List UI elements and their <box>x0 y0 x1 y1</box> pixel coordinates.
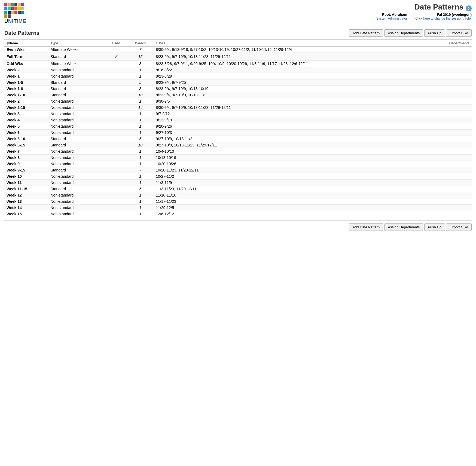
table-row[interactable]: Week 11Non-standard111/3-11/9 <box>4 180 472 186</box>
help-icon[interactable]: ? <box>466 5 472 11</box>
cell-dates: 8/23-9/4, 9/7-9/25 <box>154 79 428 86</box>
cell-name[interactable]: Week 1-5 <box>4 79 48 86</box>
col-header-type[interactable]: Type <box>48 40 105 47</box>
cell-name[interactable]: Week 2-15 <box>4 105 48 111</box>
cell-dates: 10/27-11/2 <box>154 173 428 180</box>
table-row[interactable]: Week 1-8Standard88/23-9/4, 9/7-10/9, 10/… <box>4 86 472 92</box>
cell-name[interactable]: Week 12 <box>4 192 48 198</box>
cell-name[interactable]: Week 6 <box>4 130 48 136</box>
section-title: Date Patterns <box>4 30 349 36</box>
cell-used <box>105 61 127 67</box>
cell-name[interactable]: Week 1 <box>4 73 48 79</box>
push-up-button[interactable]: Push Up <box>424 29 445 37</box>
assign-departments-button[interactable]: Assign Departments <box>384 29 423 37</box>
cell-name[interactable]: Week 10 <box>4 173 48 180</box>
table-row[interactable]: Full TermStandard✔158/23-9/4, 9/7-10/9, … <box>4 53 472 61</box>
table-row[interactable]: Week 15Non-standard112/6-12/12 <box>4 211 472 217</box>
table-row[interactable]: Week 10Non-standard110/27-11/2 <box>4 173 472 180</box>
cell-used <box>105 111 127 117</box>
cell-name[interactable]: Week 9 <box>4 161 48 167</box>
table-row[interactable]: Week 12Non-standard111/10-11/16 <box>4 192 472 198</box>
cell-type: Non-standard <box>48 211 105 217</box>
cell-name[interactable]: Week 1-8 <box>4 86 48 92</box>
table-row[interactable]: Odd WksAlternate Weeks88/23-8/28, 9/7-9/… <box>4 61 472 67</box>
table-row[interactable]: Week 2Non-standard18/30-9/5 <box>4 98 472 105</box>
session-link[interactable]: Click here to change the session / role. <box>415 17 472 20</box>
cell-departments <box>428 86 472 92</box>
cell-type: Alternate Weeks <box>48 47 105 53</box>
table-row[interactable]: Week 11-15Standard511/3-11/23, 11/29-12/… <box>4 186 472 192</box>
col-header-dates[interactable]: Dates <box>154 40 428 47</box>
cell-used <box>105 123 127 130</box>
cell-name[interactable]: Week 14 <box>4 205 48 211</box>
logo-cell <box>18 7 21 10</box>
cell-name[interactable]: Week 4 <box>4 117 48 123</box>
cell-name[interactable]: Week 2 <box>4 98 48 105</box>
table-row[interactable]: Week 6-10Standard59/27-10/9, 10/13-11/2 <box>4 136 472 142</box>
table-row[interactable]: Week 2-15Non-standard148/30-9/4, 9/7-10/… <box>4 105 472 111</box>
cell-name[interactable]: Week 6-10 <box>4 136 48 142</box>
table-row[interactable]: Week 6Non-standard19/27-10/3 <box>4 130 472 136</box>
table-row[interactable]: Week 3Non-standard19/7-9/12 <box>4 111 472 117</box>
cell-name[interactable]: Full Term <box>4 53 48 61</box>
table-row[interactable]: Week 5Non-standard19/20-9/26 <box>4 123 472 130</box>
table-row[interactable]: Week 13Non-standard111/17-11/23 <box>4 198 472 205</box>
bottom-assign-departments-button[interactable]: Assign Departments <box>384 223 423 231</box>
bottom-push-up-button[interactable]: Push Up <box>424 223 445 231</box>
cell-weeks: 5 <box>127 79 154 86</box>
bottom-add-date-pattern-button[interactable]: Add Date Pattern <box>349 223 383 231</box>
add-date-pattern-button[interactable]: Add Date Pattern <box>349 29 383 37</box>
cell-departments <box>428 155 472 161</box>
table-row[interactable]: Week 9Non-standard110/20-10/26 <box>4 161 472 167</box>
col-header-departments[interactable]: Departments <box>428 40 472 47</box>
cell-departments <box>428 47 472 53</box>
cell-name[interactable]: Week 7 <box>4 148 48 155</box>
table-row[interactable]: Week 1-5Standard58/23-9/4, 9/7-9/25 <box>4 79 472 86</box>
cell-name[interactable]: Week 13 <box>4 198 48 205</box>
cell-departments <box>428 192 472 198</box>
col-header-name[interactable]: ↑Name <box>4 40 48 47</box>
col-header-used[interactable]: Used <box>105 40 127 47</box>
table-row[interactable]: Week 1Non-standard18/23-8/29 <box>4 73 472 79</box>
table-row[interactable]: Week -1Non-standard18/16-8/22 <box>4 67 472 73</box>
header-row: ↑Name Type Used Weeks Dates Departments <box>4 40 472 47</box>
cell-type: Non-standard <box>48 98 105 105</box>
cell-name[interactable]: Week 11 <box>4 180 48 186</box>
cell-name[interactable]: Week 11-15 <box>4 186 48 192</box>
cell-name[interactable]: Odd Wks <box>4 61 48 67</box>
table-row[interactable]: Week 1-10Standard108/23-9/4, 9/7-10/9, 1… <box>4 92 472 98</box>
cell-name[interactable]: Week 8 <box>4 155 48 161</box>
cell-name[interactable]: Week 3 <box>4 111 48 117</box>
cell-name[interactable]: Week 6-15 <box>4 142 48 148</box>
cell-name[interactable]: Week -1 <box>4 67 48 73</box>
logo-cell <box>4 7 7 10</box>
cell-name[interactable]: Week 1-10 <box>4 92 48 98</box>
bottom-export-csv-button[interactable]: Export CSV <box>446 223 472 231</box>
main-content: Date Patterns Add Date Pattern Assign De… <box>0 26 476 234</box>
cell-name[interactable]: Week 5 <box>4 123 48 130</box>
table-row[interactable]: Week 7Non-standard110/4-10/10 <box>4 148 472 155</box>
table-row[interactable]: Week 6-15Standard109/27-10/9, 10/13-11/2… <box>4 142 472 148</box>
logo-cell <box>4 14 7 18</box>
cell-name[interactable]: Even Wks <box>4 47 48 53</box>
cell-dates: 9/7-9/12 <box>154 111 428 117</box>
cell-name[interactable]: Week 9-15 <box>4 167 48 173</box>
table-row[interactable]: Week 14Non-standard111/29-12/5 <box>4 205 472 211</box>
cell-departments <box>428 161 472 167</box>
cell-used <box>105 186 127 192</box>
table-row[interactable]: Week 9-15Standard710/20-11/23, 11/29-12/… <box>4 167 472 173</box>
table-row[interactable]: Even WksAlternate Weeks78/30-9/4, 9/13-9… <box>4 47 472 53</box>
cell-departments <box>428 205 472 211</box>
cell-used <box>105 92 127 98</box>
table-row[interactable]: Week 8Non-standard110/13-10/19 <box>4 155 472 161</box>
cell-used <box>105 148 127 155</box>
cell-type: Non-standard <box>48 130 105 136</box>
cell-weeks: 1 <box>127 73 154 79</box>
cell-name[interactable]: Week 15 <box>4 211 48 217</box>
cell-weeks: 1 <box>127 148 154 155</box>
col-header-weeks[interactable]: Weeks <box>127 40 154 47</box>
export-csv-button[interactable]: Export CSV <box>446 29 472 37</box>
cell-departments <box>428 117 472 123</box>
cell-weeks: 1 <box>127 155 154 161</box>
table-row[interactable]: Week 4Non-standard19/13-9/19 <box>4 117 472 123</box>
